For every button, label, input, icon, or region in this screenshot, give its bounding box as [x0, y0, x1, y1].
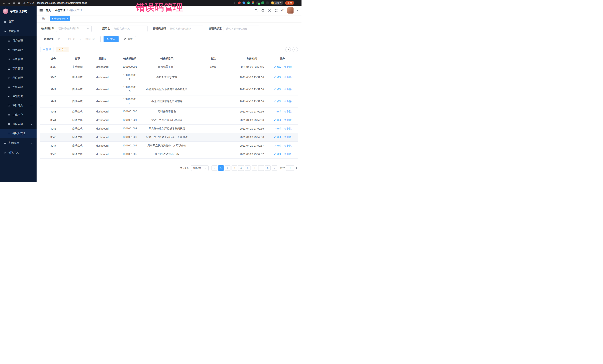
avatar[interactable] — [287, 7, 293, 13]
date-range-picker[interactable]: 开始日期 - 结束日期 — [56, 36, 101, 42]
delete-link[interactable]: 删除 — [284, 153, 292, 156]
page-ellipsis-button[interactable]: ••• — [258, 165, 264, 171]
back-button[interactable]: ← — [2, 1, 6, 4]
sidebar-item-error-code[interactable]: 错误码管理 — [0, 129, 36, 138]
chevron-down-icon — [30, 123, 33, 126]
sidebar-item-online-user[interactable]: 在线用户 — [0, 110, 36, 120]
sidebar-item-menu[interactable]: 菜单管理 — [0, 55, 36, 64]
extension-icon-blue-drop[interactable] — [243, 1, 245, 4]
extension-icon-dark[interactable] — [266, 1, 269, 4]
breadcrumb-home[interactable]: 首页 — [46, 9, 51, 12]
forward-button[interactable]: → — [7, 1, 11, 4]
trash-icon — [284, 110, 286, 113]
app-name-input[interactable] — [112, 26, 148, 32]
reset-button[interactable]: 重置 — [121, 36, 136, 42]
sidebar-item-system[interactable]: 系统管理 — [0, 26, 36, 36]
edit-link[interactable]: 修改 — [274, 100, 281, 103]
page-button-6[interactable]: 6 — [252, 165, 257, 171]
toggle-search-button[interactable] — [285, 47, 291, 52]
sidebar-item-notice[interactable]: 通知公告 — [0, 92, 36, 101]
search-icon[interactable] — [255, 9, 258, 12]
extension-icon-red[interactable] — [238, 1, 241, 4]
edit-link[interactable]: 修改 — [274, 127, 281, 130]
browser-chrome: ← → ⚠ 不安全 dashboard.yudao.iocoder.cn/sys… — [0, 0, 302, 6]
tab-home[interactable]: 首页 — [40, 16, 48, 21]
table-row: 3940 自动生成 dashboard 100100000 2 参数配置 key… — [40, 71, 298, 83]
hamburger-icon[interactable] — [39, 9, 43, 11]
sidebar-item-dashboard[interactable]: 首页 — [0, 17, 36, 26]
add-button[interactable]: 新增 — [40, 47, 53, 52]
delete-link[interactable]: 删除 — [284, 135, 292, 139]
page-button-5[interactable]: 5 — [245, 165, 251, 171]
breadcrumb-system[interactable]: 系统管理 — [55, 9, 65, 12]
edit-link[interactable]: 修改 — [274, 88, 281, 91]
breadcrumb-current: 错误码管理 — [70, 9, 82, 12]
delete-link[interactable]: 删除 — [284, 88, 292, 91]
sidebar-item-user[interactable]: 用户管理 — [0, 36, 36, 45]
sidebar: 芋道管理系统 首页 系统管理 用户管理 角色管理 菜单管理 — [0, 6, 36, 182]
sidebar-item-sms[interactable]: 短信管理 — [0, 120, 36, 129]
edit-link[interactable]: 修改 — [274, 135, 281, 139]
error-code-input[interactable] — [168, 26, 203, 32]
app-logo[interactable]: 芋道管理系统 — [0, 6, 36, 17]
delete-link[interactable]: 删除 — [284, 118, 292, 122]
page-size-select[interactable]: 10条/页 — [191, 165, 209, 171]
extension-icon-on-badge[interactable]: on — [256, 1, 260, 4]
edit-link[interactable]: 修改 — [274, 118, 281, 122]
github-icon[interactable] — [261, 9, 264, 12]
browser-home-button[interactable] — [17, 2, 21, 4]
bookmark-star-icon[interactable]: ☆ — [233, 1, 236, 4]
tab-error-code[interactable]: 错误码管理 × — [50, 16, 70, 21]
extension-icon-green[interactable] — [261, 1, 264, 4]
extension-icon-grid[interactable] — [252, 1, 255, 4]
profile-chip[interactable]: 已暂停 — [271, 1, 283, 5]
error-hint-input[interactable] — [224, 26, 259, 32]
edit-link[interactable]: 修改 — [274, 153, 281, 156]
filter-hint: 错误码提示 — [208, 26, 259, 32]
reload-button[interactable] — [12, 2, 16, 4]
sidebar-item-audit-log[interactable]: 审计日志 — [0, 101, 36, 110]
trash-icon — [284, 119, 286, 121]
delete-link[interactable]: 删除 — [284, 110, 292, 113]
page-button-2[interactable]: 2 — [225, 165, 231, 171]
address-bar[interactable]: ⚠ 不安全 dashboard.yudao.iocoder.cn/system/… — [22, 1, 231, 4]
page-button-8[interactable]: 8 — [265, 165, 270, 171]
edit-link[interactable]: 修改 — [274, 65, 281, 69]
delete-link[interactable]: 删除 — [284, 76, 292, 79]
delete-link[interactable]: 删除 — [284, 144, 292, 147]
address-divider — [35, 2, 35, 4]
page-button-1[interactable]: 1 — [218, 165, 224, 171]
sidebar-item-dept[interactable]: 部门管理 — [0, 64, 36, 73]
sidebar-item-infra[interactable]: 基础设施 — [0, 138, 36, 148]
menu-kebab-icon[interactable]: ⋮ — [296, 1, 299, 4]
next-page-button[interactable]: › — [272, 165, 277, 171]
font-size-icon[interactable]: tT — [281, 9, 284, 12]
error-type-select[interactable]: 请选择错误码类型 — [56, 26, 92, 32]
delete-link[interactable]: 删除 — [284, 127, 292, 130]
help-icon[interactable]: ? — [268, 9, 271, 12]
user-icon — [8, 39, 10, 42]
edit-link[interactable]: 修改 — [274, 76, 281, 79]
edit-link[interactable]: 修改 — [274, 144, 281, 147]
badge-icon — [8, 77, 10, 79]
page-button-4[interactable]: 4 — [238, 165, 244, 171]
vue-devtools-icon[interactable]: V — [247, 1, 250, 4]
goto-page-input[interactable] — [286, 165, 294, 171]
update-button[interactable]: 更新 — [285, 1, 294, 5]
search-button[interactable]: 搜索 — [104, 36, 118, 42]
sidebar-item-dict[interactable]: 字典管理 — [0, 82, 36, 92]
delete-link[interactable]: 删除 — [284, 100, 292, 103]
sidebar-item-dev-tools[interactable]: 研发工具 — [0, 148, 36, 157]
code-icon — [8, 132, 10, 135]
sidebar-item-post[interactable]: 岗位管理 — [0, 73, 36, 82]
export-button[interactable]: 导出 — [56, 47, 69, 52]
refresh-table-button[interactable] — [292, 47, 298, 52]
fullscreen-icon[interactable] — [275, 9, 278, 12]
edit-link[interactable]: 修改 — [274, 110, 281, 113]
delete-link[interactable]: 删除 — [284, 65, 292, 69]
caret-down-icon[interactable] — [297, 10, 299, 11]
page-button-3[interactable]: 3 — [232, 165, 237, 171]
sidebar-item-role[interactable]: 角色管理 — [0, 45, 36, 55]
prev-page-button[interactable]: ‹ — [211, 165, 217, 171]
close-icon[interactable]: × — [67, 17, 68, 20]
